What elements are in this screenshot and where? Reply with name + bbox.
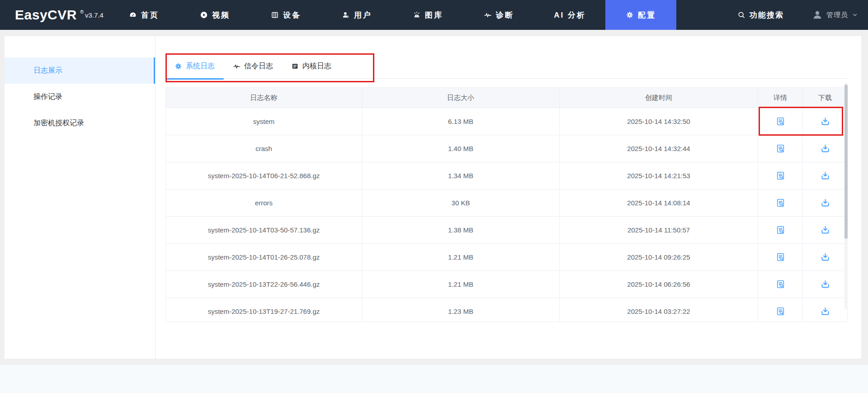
app-logo: EasyCVR ® v3.7.4 (15, 0, 104, 30)
nav-item-diagnosis[interactable]: 诊断 (463, 0, 534, 30)
page: EasyCVR ® v3.7.4 首页 视频 设备 用户 图 (0, 0, 868, 393)
log-size: 1.38 MB (362, 217, 560, 243)
detail-view-icon[interactable] (774, 142, 787, 156)
log-created: 2025-10-14 14:32:50 (560, 108, 758, 135)
download-icon[interactable] (818, 142, 832, 156)
tab-kernel-log[interactable]: 内核日志 (282, 54, 340, 79)
table-row: system 6.13 MB 2025-10-14 14:32:50 (166, 108, 847, 135)
tab-label: 信令日志 (244, 62, 273, 71)
user-menu[interactable]: 管理员 (812, 9, 858, 20)
play-circle-icon (200, 11, 208, 19)
user-label: 管理员 (826, 11, 848, 19)
navbar-right: 功能搜索 管理员 (737, 0, 858, 30)
detail-view-icon[interactable] (774, 169, 787, 183)
table-row: system-2025-10-14T06-21-52.868.gz 1.34 M… (166, 162, 847, 189)
nav-label: 诊断 (496, 10, 514, 20)
nav-item-user[interactable]: 用户 (321, 0, 392, 30)
app-name: EasyCVR (15, 7, 77, 23)
detail-view-icon[interactable] (774, 251, 787, 264)
table-scrollbar-thumb[interactable] (844, 85, 848, 239)
nav-item-config[interactable]: 配置 (605, 0, 676, 30)
tab-label: 内核日志 (302, 62, 331, 71)
log-name: system-2025-10-14T06-21-52.868.gz (166, 162, 362, 189)
detail-view-icon[interactable] (774, 278, 787, 291)
nav-item-video[interactable]: 视频 (179, 0, 250, 30)
header-detail: 详情 (758, 88, 803, 108)
bottom-strip (0, 365, 868, 393)
sidebar-item-label: 加密机授权记录 (33, 118, 84, 128)
tab-signaling-log[interactable]: 信令日志 (224, 54, 282, 79)
search-icon (737, 11, 745, 19)
detail-view-icon[interactable] (774, 305, 787, 318)
download-icon[interactable] (818, 251, 832, 264)
nav-label: 首页 (141, 10, 159, 20)
table-row: system-2025-10-14T01-26-25.078.gz 1.21 M… (166, 244, 847, 271)
table-header: 日志名称 日志大小 创建时间 详情 下载 (166, 88, 847, 108)
pulse-icon (484, 11, 492, 19)
log-created: 2025-10-14 14:32:44 (560, 135, 758, 162)
header-created-time: 创建时间 (560, 88, 758, 108)
table-row: errors 30 KB 2025-10-14 14:08:14 (166, 189, 847, 217)
log-created: 2025-10-14 14:21:53 (560, 162, 758, 189)
log-size: 1.40 MB (362, 135, 560, 162)
nav-label: 图库 (425, 10, 443, 20)
log-created: 2025-10-14 03:27:22 (560, 298, 758, 322)
log-size: 1.34 MB (362, 162, 560, 189)
download-icon[interactable] (818, 169, 832, 183)
log-size: 30 KB (362, 189, 560, 216)
sidebar-item-log-display[interactable]: 日志展示 (5, 57, 155, 84)
nav-item-device[interactable]: 设备 (250, 0, 321, 30)
function-search[interactable]: 功能搜索 (737, 10, 784, 20)
sidebar-item-encryptor-authorization-record[interactable]: 加密机授权记录 (5, 110, 155, 136)
alarm-lamp-icon (413, 11, 421, 19)
log-created: 2025-10-14 11:50:57 (560, 217, 758, 243)
nav-label: 用户 (354, 10, 372, 20)
log-name: errors (166, 189, 362, 216)
sidebar-item-label: 日志展示 (33, 66, 62, 76)
sidebar: 日志展示 操作记录 加密机授权记录 (5, 36, 156, 359)
download-icon[interactable] (818, 223, 832, 237)
nav-item-gallery[interactable]: 图库 (392, 0, 463, 30)
log-name: crash (166, 135, 362, 162)
nav-item-ai-analysis[interactable]: AI 分析 (534, 0, 605, 30)
sidebar-item-label: 操作记录 (33, 92, 62, 102)
log-name: system (166, 108, 362, 135)
log-name: system-2025-10-13T22-26-56.446.gz (166, 271, 362, 298)
detail-view-icon[interactable] (774, 196, 787, 210)
detail-view-icon[interactable] (774, 115, 787, 128)
sidebar-item-operation-record[interactable]: 操作记录 (5, 84, 155, 110)
chevron-down-icon (852, 12, 858, 18)
gear-icon (626, 11, 634, 19)
download-icon[interactable] (818, 115, 832, 128)
log-created: 2025-10-14 14:08:14 (560, 189, 758, 216)
nav-label: AI 分析 (554, 10, 586, 20)
header-log-size: 日志大小 (362, 88, 560, 108)
pulse-icon (233, 62, 241, 70)
content-card: 日志展示 操作记录 加密机授权记录 系统日志 信令日志 (5, 36, 861, 359)
log-size: 6.13 MB (362, 108, 560, 135)
log-name: system-2025-10-13T19-27-21.769.gz (166, 298, 362, 322)
log-tabs: 系统日志 信令日志 内核日志 (165, 54, 848, 79)
log-name: system-2025-10-14T01-26-25.078.gz (166, 244, 362, 270)
log-size: 1.21 MB (362, 271, 560, 298)
nav-label: 设备 (283, 10, 301, 20)
table-row: system-2025-10-13T19-27-21.769.gz 1.23 M… (166, 298, 847, 322)
dashboard-icon (129, 11, 137, 19)
log-created: 2025-10-14 09:26:25 (560, 244, 758, 270)
nav-label: 视频 (212, 10, 230, 20)
top-navbar: EasyCVR ® v3.7.4 首页 视频 设备 用户 图 (0, 0, 868, 30)
nav-label: 配置 (638, 10, 656, 20)
download-icon[interactable] (818, 278, 832, 291)
nav-item-home[interactable]: 首页 (108, 0, 179, 30)
search-label: 功能搜索 (750, 10, 784, 20)
table-row: crash 1.40 MB 2025-10-14 14:32:44 (166, 135, 847, 162)
header-download: 下载 (803, 88, 847, 108)
main-content: 系统日志 信令日志 内核日志 日志名称 日志大小 创建时间 详情 (156, 36, 861, 359)
list-doc-icon (291, 62, 299, 70)
download-icon[interactable] (818, 196, 832, 210)
download-icon[interactable] (818, 305, 832, 318)
device-rack-icon (271, 11, 279, 19)
tab-label: 系统日志 (186, 62, 215, 71)
detail-view-icon[interactable] (774, 223, 787, 237)
tab-system-log[interactable]: 系统日志 (165, 54, 224, 79)
